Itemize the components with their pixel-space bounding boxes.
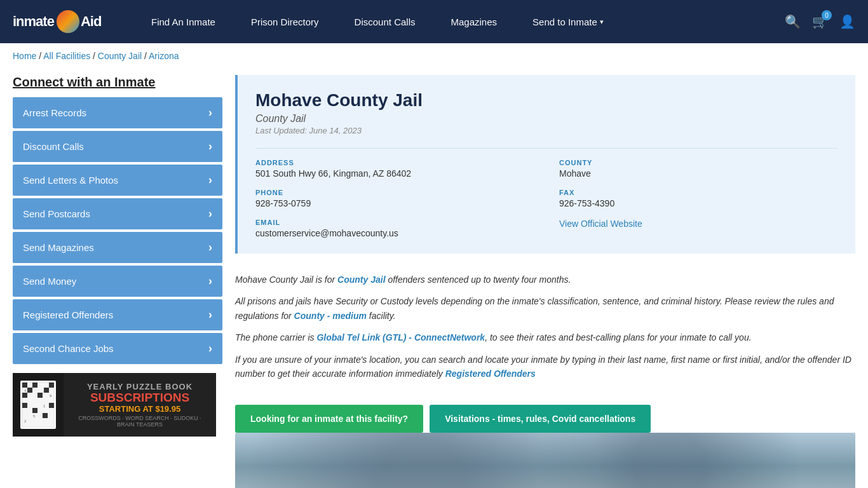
nav-discount-calls[interactable]: Discount Calls xyxy=(337,0,433,43)
desc-p1: Mohave County Jail is for County Jail of… xyxy=(235,273,855,287)
sidebar-item-send-postcards[interactable]: Send Postcards › xyxy=(13,198,222,229)
breadcrumb: Home / All Facilities / County Jail / Ar… xyxy=(0,43,868,69)
desc-p3: The phone carrier is Global Tel Link (GT… xyxy=(235,330,855,344)
breadcrumb-arizona[interactable]: Arizona xyxy=(149,51,179,61)
phone-label: PHONE xyxy=(255,189,534,196)
facility-image xyxy=(235,433,855,488)
cart-icon[interactable]: 🛒 0 xyxy=(812,14,828,29)
user-icon[interactable]: 👤 xyxy=(839,14,855,29)
svg-rect-12 xyxy=(43,413,48,418)
address-block: ADDRESS 501 South Hwy 66, Kingman, AZ 86… xyxy=(255,159,534,179)
svg-rect-4 xyxy=(49,383,54,388)
sidebar-item-send-money[interactable]: Send Money › xyxy=(13,266,222,297)
email-block: EMAIL customerservice@mohavecounty.us xyxy=(255,219,534,238)
ad-price: STARTING AT $19.95 xyxy=(70,404,210,414)
logo[interactable]: inmate Aid xyxy=(13,10,114,33)
email-value: customerservice@mohavecounty.us xyxy=(255,228,534,238)
logo-icon xyxy=(57,10,79,33)
breadcrumb-county-jail[interactable]: County Jail xyxy=(98,51,142,61)
fax-label: FAX xyxy=(559,189,837,196)
chevron-right-icon: › xyxy=(208,106,212,119)
sidebar-item-send-letters-photos[interactable]: Send Letters & Photos › xyxy=(13,165,222,196)
main-nav: Find An Inmate Prison Directory Discount… xyxy=(133,0,766,43)
logo-text: inmate xyxy=(13,13,54,30)
registered-offenders-link[interactable]: Registered Offenders xyxy=(445,369,536,379)
dropdown-arrow-icon: ▾ xyxy=(600,18,604,26)
phone-block: PHONE 928-753-0759 xyxy=(255,189,534,208)
sidebar-item-arrest-records[interactable]: Arrest Records › xyxy=(13,97,222,128)
ad-desc: CROSSWORDS · WORD SEARCH · SUDOKU · BRAI… xyxy=(70,415,210,428)
svg-rect-11 xyxy=(32,408,37,413)
website-block: View Official Website xyxy=(559,219,837,238)
fax-block: FAX 926-753-4390 xyxy=(559,189,837,208)
chevron-right-icon: › xyxy=(208,207,212,220)
sidebar: Connect with an Inmate Arrest Records › … xyxy=(13,75,222,488)
chevron-right-icon: › xyxy=(208,173,212,187)
county-value: Mohave xyxy=(559,168,837,179)
email-label: EMAIL xyxy=(255,219,534,226)
site-header: inmate Aid Find An Inmate Prison Directo… xyxy=(0,0,868,43)
county-label: COUNTY xyxy=(559,159,837,166)
facility-type: County Jail xyxy=(255,113,837,125)
chevron-right-icon: › xyxy=(208,140,212,153)
sidebar-item-send-magazines[interactable]: Send Magazines › xyxy=(13,232,222,263)
facility-updated: Last Updated: June 14, 2023 xyxy=(255,126,837,135)
fax-value: 926-753-4390 xyxy=(559,198,837,208)
facility-description: Mohave County Jail is for County Jail of… xyxy=(235,266,855,395)
official-website-link[interactable]: View Official Website xyxy=(559,219,642,229)
svg-rect-8 xyxy=(44,388,49,393)
action-buttons: Looking for an inmate at this facility? … xyxy=(235,405,855,433)
main-content: Mohave County Jail County Jail Last Upda… xyxy=(235,75,855,488)
county-medium-link[interactable]: County - medium xyxy=(294,311,367,321)
main-layout: Connect with an Inmate Arrest Records › … xyxy=(0,69,868,488)
facility-info-grid: ADDRESS 501 South Hwy 66, Kingman, AZ 86… xyxy=(255,148,837,238)
svg-rect-6 xyxy=(37,393,43,398)
address-label: ADDRESS xyxy=(255,159,534,166)
nav-find-inmate[interactable]: Find An Inmate xyxy=(133,0,233,43)
breadcrumb-home[interactable]: Home xyxy=(13,51,36,61)
sidebar-ad: 4 9 1 5 2 YEARLY PUZZLE BOOK SUBSCRIPTIO… xyxy=(13,373,216,437)
svg-rect-2 xyxy=(22,383,27,388)
county-jail-link[interactable]: County Jail xyxy=(337,274,385,285)
ad-title: SUBSCRIPTIONS xyxy=(70,391,210,405)
facility-card: Mohave County Jail County Jail Last Upda… xyxy=(235,75,855,254)
svg-rect-7 xyxy=(27,388,32,393)
sidebar-item-registered-offenders[interactable]: Registered Offenders › xyxy=(13,299,222,330)
svg-rect-5 xyxy=(22,393,27,398)
nav-prison-directory[interactable]: Prison Directory xyxy=(233,0,337,43)
ad-puzzle-graphic: 4 9 1 5 2 xyxy=(13,373,64,437)
header-icons: 🔍 🛒 0 👤 xyxy=(785,14,855,29)
desc-p4: If you are unsure of your inmate's locat… xyxy=(235,353,855,381)
chevron-right-icon: › xyxy=(208,241,212,254)
svg-rect-10 xyxy=(49,403,54,408)
visitations-button[interactable]: Visitations - times, rules, Covid cancel… xyxy=(430,405,651,433)
chevron-right-icon: › xyxy=(208,274,212,288)
facility-aerial-photo xyxy=(235,433,855,488)
logo-text2: Aid xyxy=(81,13,101,30)
desc-p2: All prisons and jails have Security or C… xyxy=(235,294,855,323)
cart-badge: 0 xyxy=(822,10,832,20)
nav-send-to-inmate[interactable]: Send to Inmate ▾ xyxy=(515,0,621,43)
phone-value: 928-753-0759 xyxy=(255,198,534,208)
search-icon[interactable]: 🔍 xyxy=(785,14,801,29)
sidebar-item-discount-calls[interactable]: Discount Calls › xyxy=(13,131,222,162)
svg-rect-9 xyxy=(22,403,27,408)
ad-eyebrow: YEARLY PUZZLE BOOK xyxy=(70,382,210,391)
sidebar-title: Connect with an Inmate xyxy=(13,75,222,90)
facility-name: Mohave County Jail xyxy=(255,90,837,111)
county-block: COUNTY Mohave xyxy=(559,159,837,179)
svg-rect-3 xyxy=(32,383,37,388)
address-value: 501 South Hwy 66, Kingman, AZ 86402 xyxy=(255,168,534,179)
chevron-right-icon: › xyxy=(208,342,212,355)
gtl-link[interactable]: Global Tel Link (GTL) - ConnectNetwork xyxy=(316,332,485,342)
sidebar-item-second-chance-jobs[interactable]: Second Chance Jobs › xyxy=(13,333,222,364)
nav-magazines[interactable]: Magazines xyxy=(433,0,515,43)
breadcrumb-all-facilities[interactable]: All Facilities xyxy=(43,51,90,61)
find-inmate-button[interactable]: Looking for an inmate at this facility? xyxy=(235,405,423,433)
chevron-right-icon: › xyxy=(208,308,212,322)
